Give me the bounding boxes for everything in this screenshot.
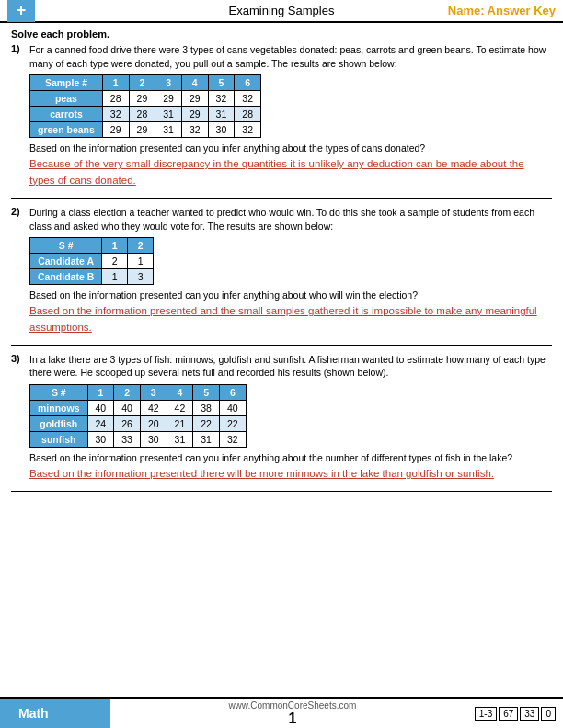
table-row: S # 1 2 [30,238,154,254]
problem-3: 3) In a lake there are 3 types of fish: … [11,353,552,483]
table-cell: 31 [167,432,193,448]
table-cell: 29 [181,107,208,122]
col-header-1: 1 [87,385,114,401]
table-cell: 30 [87,432,114,448]
table-cell: 30 [208,122,235,138]
row-header: goldfish [30,416,88,432]
problem-2-text: During a class election a teacher wanted… [29,206,552,233]
logo-icon [7,0,35,22]
problem-3-question: Based on the information presented can y… [29,452,552,463]
problem-3-header: 3) In a lake there are 3 types of fish: … [11,353,552,380]
col-header-s: S # [30,385,88,401]
table-cell: 28 [129,107,155,122]
table-cell: 1 [102,269,128,285]
problem-2-table: S # 1 2 Candidate A21Candidate B13 [29,237,154,285]
table-cell: 22 [219,416,246,432]
col-header-5: 5 [208,75,235,91]
table-row: Sample # 1 2 3 4 5 6 [30,75,261,91]
solve-label: Solve each problem. [11,28,552,40]
col-header-3: 3 [140,385,167,401]
problem-1-table: Sample # 1 2 3 4 5 6 peas282929293232car… [29,74,261,138]
table-cell: 2 [102,254,128,269]
table-row: minnows404042423840 [30,401,247,416]
table-row: Candidate A21 [30,254,154,269]
problem-3-number: 3) [11,353,29,364]
table-cell: 24 [87,416,114,432]
table-cell: 32 [102,107,129,122]
row-header: sunfish [30,432,88,448]
footer-website: www.CommonCoreSheets.com 1 [110,700,475,727]
table-cell: 31 [193,432,220,448]
divider-3 [11,491,552,492]
table-cell: 29 [155,91,182,107]
table-row: S # 1 2 3 4 5 6 [30,385,247,401]
problem-1-header: 1) For a canned food drive there were 3 … [11,43,552,70]
col-header-sample: Sample # [30,75,103,91]
row-header: Candidate B [30,269,102,285]
problem-2: 2) During a class election a teacher wan… [11,206,552,336]
row-header: green beans [30,122,103,138]
table-cell: 32 [208,91,235,107]
table-cell: 29 [102,122,129,138]
row-header: peas [30,91,103,107]
table-cell: 42 [167,401,193,416]
table-cell: 40 [87,401,114,416]
problem-1: 1) For a canned food drive there were 3 … [11,43,552,188]
code-3: 33 [520,707,539,721]
problem-2-question: Based on the information presented can y… [29,290,552,301]
table-cell: 26 [114,416,141,432]
code-1: 1-3 [475,707,497,721]
table-cell: 31 [208,107,235,122]
table-cell: 42 [140,401,167,416]
table-cell: 28 [235,107,261,122]
divider-2 [11,345,552,346]
problem-3-text: In a lake there are 3 types of fish: min… [29,353,552,380]
table-cell: 29 [181,91,208,107]
table-cell: 32 [219,432,246,448]
footer-math-label: Math [0,699,110,728]
problem-2-answer: Based on the information presented and t… [29,303,552,336]
col-header-1: 1 [102,75,129,91]
table-row: goldfish242620212222 [30,416,247,432]
page-header: Examining Samples Name: Answer Key [0,0,563,23]
col-header-5: 5 [193,385,220,401]
footer-codes: 1-3 67 33 0 [475,707,556,721]
table-cell: 28 [102,91,129,107]
col-header-2: 2 [128,238,154,254]
problem-1-table-wrap: Sample # 1 2 3 4 5 6 peas282929293232car… [29,74,552,138]
problem-2-table-wrap: S # 1 2 Candidate A21Candidate B13 [29,237,552,285]
table-cell: 40 [114,401,141,416]
table-cell: 22 [193,416,220,432]
footer-right: 1-3 67 33 0 [475,707,563,721]
name-label: Name: Answer Key [448,4,556,17]
problem-1-answer: Because of the very small discrepancy in… [29,156,552,188]
problem-3-table: S # 1 2 3 4 5 6 minnows404042423840goldf… [29,384,247,448]
table-cell: 32 [235,91,261,107]
col-header-6: 6 [219,385,246,401]
col-header-2: 2 [129,75,155,91]
table-row: green beans292931323032 [30,122,261,138]
table-row: sunfish303330313132 [30,432,247,448]
table-row: carrots322831293128 [30,107,261,122]
table-row: peas282929293232 [30,91,261,107]
page-footer: Math www.CommonCoreSheets.com 1 1-3 67 3… [0,697,563,728]
website-text: www.CommonCoreSheets.com [110,700,475,711]
problem-3-answer: Based on the information presented there… [29,466,552,482]
col-header-6: 6 [235,75,261,91]
table-row: Candidate B13 [30,269,154,285]
table-cell: 29 [129,91,155,107]
col-header-s: S # [30,238,102,254]
code-2: 67 [499,707,518,721]
page-number: 1 [110,711,475,727]
table-cell: 3 [128,269,154,285]
row-header: Candidate A [30,254,102,269]
row-header: carrots [30,107,103,122]
col-header-4: 4 [181,75,208,91]
code-4: 0 [541,707,556,721]
table-cell: 32 [181,122,208,138]
problem-1-text: For a canned food drive there were 3 typ… [29,43,552,70]
table-cell: 38 [193,401,220,416]
table-cell: 20 [140,416,167,432]
table-cell: 40 [219,401,246,416]
table-cell: 21 [167,416,193,432]
